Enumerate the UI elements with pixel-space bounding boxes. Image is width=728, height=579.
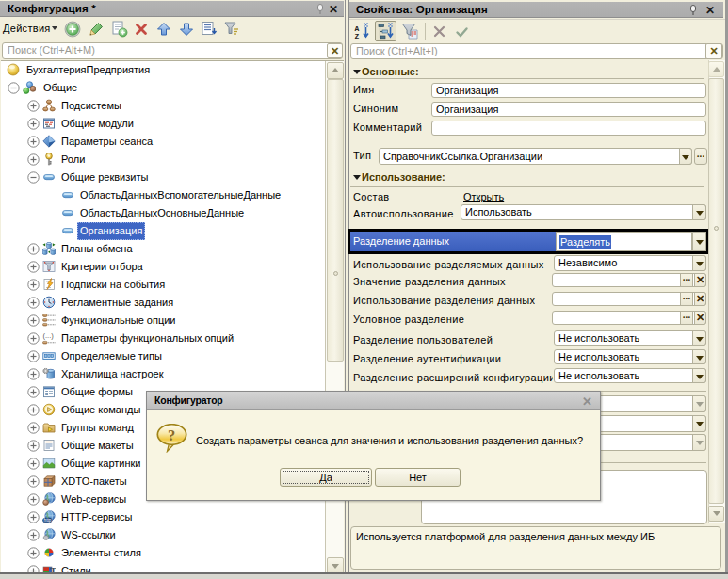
svg-text:(...): (...) <box>43 331 55 340</box>
svg-text:http: http <box>44 518 52 523</box>
svg-text:Z: Z <box>355 32 360 40</box>
svg-text:?: ? <box>168 426 175 444</box>
